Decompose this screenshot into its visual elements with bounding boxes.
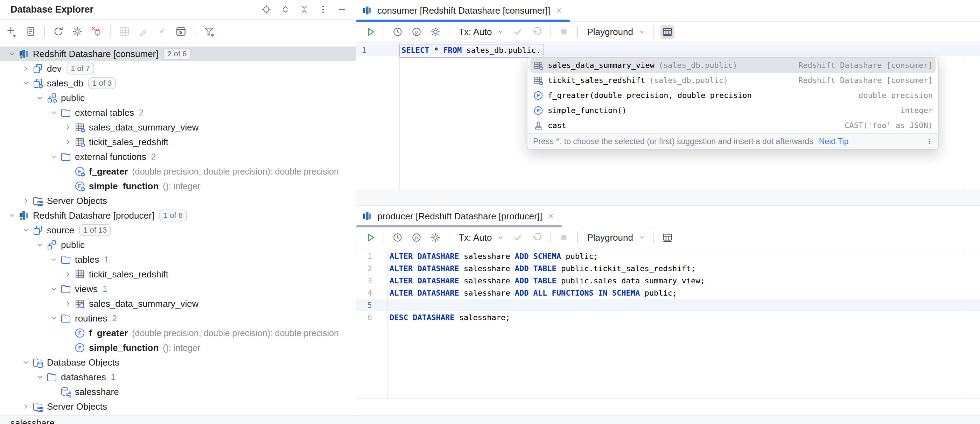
tree-item-tables[interactable]: tables1 xyxy=(0,252,356,267)
tree-expander[interactable] xyxy=(49,109,59,116)
collapse-all-button[interactable] xyxy=(298,3,310,15)
close-icon[interactable] xyxy=(547,212,555,220)
settings-button[interactable] xyxy=(428,25,442,39)
p-circle-button[interactable]: p xyxy=(409,25,423,39)
code-line[interactable]: ALTER DATASHARE salesshare ADD SCHEMA pu… xyxy=(390,250,598,262)
tree-expander[interactable] xyxy=(21,359,31,366)
next-tip-link[interactable]: Next Tip xyxy=(819,137,848,146)
code-line[interactable]: ALTER DATASHARE salesshare ADD ALL FUNCT… xyxy=(390,287,677,299)
tree-item-simple-function[interactable]: Fsimple_function(): integer xyxy=(0,179,356,194)
rollback-button[interactable] xyxy=(530,230,544,245)
chevron-down-icon[interactable] xyxy=(639,234,645,241)
tree-item-datashares[interactable]: datashares1 xyxy=(0,370,356,384)
tree-expander[interactable] xyxy=(49,285,59,293)
properties-button[interactable] xyxy=(24,25,37,38)
tree-item-source[interactable]: source1 of 13 xyxy=(0,223,356,238)
tree-item-f-greater[interactable]: Ff_greater(double precision, double prec… xyxy=(0,164,356,179)
tree-expander[interactable] xyxy=(21,226,31,234)
tx-mode-dropdown[interactable]: Tx: Auto xyxy=(458,27,492,37)
tab-consumer[interactable]: consumer [Redshift Datashare [consumer]] xyxy=(356,0,570,21)
tree-item-routines[interactable]: routines2 xyxy=(0,311,356,326)
run-button[interactable] xyxy=(363,230,377,245)
tx-mode-dropdown[interactable]: Tx: Auto xyxy=(458,232,492,243)
refresh-button[interactable] xyxy=(52,25,65,38)
tree-item-simple-function[interactable]: Fsimple_function(): integer xyxy=(0,340,356,355)
stop-button[interactable] xyxy=(557,25,571,39)
tree-expander[interactable] xyxy=(63,138,73,146)
tree-expander[interactable] xyxy=(21,79,31,87)
session-dropdown[interactable]: Playground xyxy=(587,27,633,37)
completion-item-f_greater-double-precision-double-precision[interactable]: Ff_greater(double precision, double prec… xyxy=(530,88,935,103)
filter-button[interactable] xyxy=(202,25,216,38)
tree-item-server-objects[interactable]: Server Objects xyxy=(0,399,356,414)
console-button[interactable] xyxy=(174,25,188,38)
completion-item-cast[interactable]: castCAST('foo' as JSON) xyxy=(530,118,935,133)
tree-item-sales-data-summary-view[interactable]: sales_data_summary_view xyxy=(0,120,356,135)
tree-expander[interactable] xyxy=(21,197,31,205)
chevron-down-icon[interactable] xyxy=(497,234,504,241)
run-button[interactable] xyxy=(363,25,377,39)
tree-item-salesshare[interactable]: salesshare xyxy=(0,384,356,399)
code-line[interactable]: SELECT * FROM sales_db.public. xyxy=(401,44,540,56)
tree-expander[interactable] xyxy=(21,403,31,410)
editor-splitter[interactable] xyxy=(356,190,980,206)
tree-expander[interactable] xyxy=(7,50,17,58)
tab-producer[interactable]: producer [Redshift Datashare [producer]] xyxy=(356,206,562,227)
disconnect-button[interactable] xyxy=(90,25,103,38)
clock-button[interactable] xyxy=(391,230,405,245)
tree-item-tickit-sales-redshift[interactable]: tickit_sales_redshift xyxy=(0,267,356,282)
chevron-down-icon[interactable] xyxy=(497,29,504,35)
tree-expander[interactable] xyxy=(63,300,73,308)
tree-expander[interactable] xyxy=(21,65,31,72)
grid-results-button[interactable] xyxy=(660,25,675,39)
locate-button[interactable] xyxy=(260,3,272,15)
hide-button[interactable] xyxy=(336,3,348,15)
code-line[interactable]: ALTER DATASHARE salesshare ADD TABLE pub… xyxy=(390,275,705,287)
tree-expander[interactable] xyxy=(35,241,45,249)
code-line[interactable]: DESC DATASHARE salesshare; xyxy=(390,311,510,324)
tree-item-public[interactable]: public xyxy=(0,91,356,105)
session-dropdown[interactable]: Playground xyxy=(587,232,633,243)
tree-item-database-objects[interactable]: Database Objects xyxy=(0,355,356,370)
tree-item-server-objects[interactable]: Server Objects xyxy=(0,194,356,208)
tree-item-f-greater[interactable]: Ff_greater(double precision, double prec… xyxy=(0,326,356,340)
tree-item-redshift-datashare-producer-[interactable]: Redshift Datashare [producer]1 of 6 xyxy=(0,208,356,223)
more-button[interactable] xyxy=(317,3,329,15)
add-button[interactable] xyxy=(5,25,18,38)
commit-button[interactable] xyxy=(511,230,525,245)
tree-item-sales-data-summary-view[interactable]: sales_data_summary_view xyxy=(0,296,356,311)
completion-item-simple_function-[interactable]: Fsimple_function()integer xyxy=(530,103,935,118)
commit-button[interactable] xyxy=(511,25,525,39)
close-icon[interactable] xyxy=(555,6,563,14)
tree-item-tickit-sales-redshift[interactable]: tickit_sales_redshift xyxy=(0,135,356,149)
completion-item-tickit_sales_redshift[interactable]: tickit_sales_redshift(sales_db.public)Re… xyxy=(530,73,935,88)
tree-item-views[interactable]: views1 xyxy=(0,282,356,296)
expand-all-button[interactable] xyxy=(279,3,291,15)
tree-item-public[interactable]: public xyxy=(0,238,356,252)
chevron-down-icon[interactable] xyxy=(639,29,645,35)
tree-expander[interactable] xyxy=(63,270,73,278)
tree-expander[interactable] xyxy=(35,94,45,102)
kebab-icon[interactable] xyxy=(926,138,934,145)
code-line[interactable]: ALTER DATASHARE salesshare ADD TABLE pub… xyxy=(390,262,695,275)
tree-item-redshift-datashare-consumer-[interactable]: Redshift Datashare [consumer]2 of 6 xyxy=(0,46,356,61)
rollback-button[interactable] xyxy=(530,25,544,39)
editor-producer[interactable]: 123456ALTER DATASHARE salesshare ADD SCH… xyxy=(356,249,980,399)
tree-expander[interactable] xyxy=(7,212,17,219)
settings-button[interactable] xyxy=(71,25,84,38)
tree-expander[interactable] xyxy=(49,314,59,322)
tree-item-sales-db[interactable]: sales_db1 of 3 xyxy=(0,76,356,91)
tree-item-dev[interactable]: dev1 of 7 xyxy=(0,61,356,76)
tree-item-external-tables[interactable]: external tables2 xyxy=(0,105,356,120)
clock-button[interactable] xyxy=(391,25,405,39)
tree-expander[interactable] xyxy=(49,256,59,264)
stop-button[interactable] xyxy=(557,230,571,245)
settings-button[interactable] xyxy=(428,230,442,245)
tree-expander[interactable] xyxy=(35,373,45,381)
tree-expander[interactable] xyxy=(49,153,59,160)
p-circle-button[interactable]: p xyxy=(409,230,423,245)
completion-item-sales_data_summary_view[interactable]: sales_data_summary_view(sales_db.public)… xyxy=(530,58,935,73)
grid-results-button[interactable] xyxy=(660,230,675,245)
tree-item-external-functions[interactable]: external functions2 xyxy=(0,149,356,164)
tree-expander[interactable] xyxy=(63,124,73,131)
